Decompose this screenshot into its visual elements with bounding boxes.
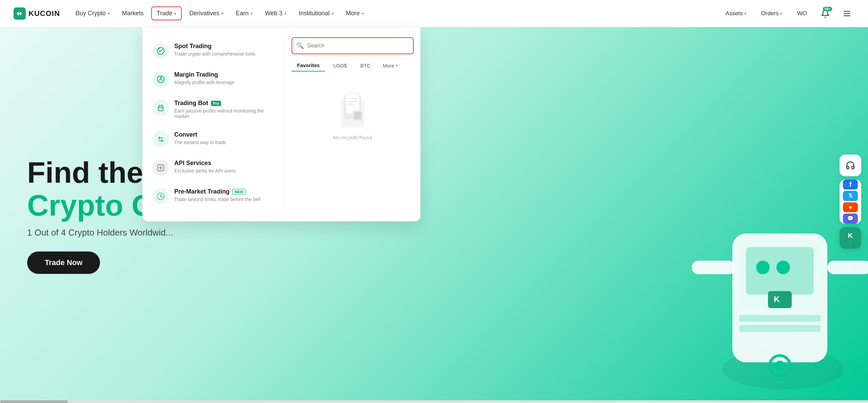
svg-rect-11 <box>692 261 736 274</box>
chevron-down-icon: ▾ <box>362 11 364 16</box>
nav-more[interactable]: More ▾ <box>341 7 369 20</box>
nav-markets[interactable]: Markets <box>117 7 149 20</box>
premarket-trading-desc: Trade beyond limits, trade before the be… <box>174 197 260 202</box>
scrollbar[interactable] <box>0 400 868 403</box>
chevron-down-icon: ▾ <box>396 63 398 68</box>
api-services-text: API Services Exclusive perks for API use… <box>174 160 236 174</box>
new-badge: NEW <box>232 189 246 195</box>
svg-point-23 <box>161 107 162 108</box>
search-icon: 🔍 <box>296 42 304 49</box>
trading-bot-title: Trading Bot Pro <box>174 100 274 107</box>
trading-bot-desc: Earn passive profits without monitoring … <box>174 108 274 119</box>
menu-item-spot-trading[interactable]: Spot Trading Trade crypto with comprehen… <box>146 37 281 64</box>
tab-favorites[interactable]: Favorites <box>292 60 325 72</box>
convert-desc: The easiest way to trade <box>174 140 226 145</box>
pro-badge: Pro <box>211 101 221 106</box>
margin-trading-icon <box>153 71 169 87</box>
svg-text:K: K <box>774 295 780 304</box>
svg-point-8 <box>776 261 790 274</box>
nav-assets[interactable]: Assets ▾ <box>722 7 750 20</box>
navbar: KUCOIN Buy Crypto ▾ Markets Trade ▾ Deri… <box>0 0 868 27</box>
tab-more[interactable]: More ▾ <box>379 60 402 71</box>
convert-icon <box>153 131 169 147</box>
svg-rect-15 <box>768 291 792 308</box>
hero-section: Find the Nex Crypto Gem 1 Out of 4 Crypt… <box>0 27 868 403</box>
premarket-trading-icon <box>153 188 169 204</box>
chevron-down-icon: ▾ <box>332 11 334 16</box>
premarket-trading-title: Pre-Market Trading NEW <box>174 188 260 195</box>
tab-btc[interactable]: BTC <box>355 60 376 71</box>
nav-trade[interactable]: Trade ▾ <box>151 6 182 20</box>
discord-button[interactable]: 💬 <box>843 214 858 224</box>
trading-bot-icon <box>153 100 169 116</box>
nav-web3[interactable]: Web 3 ▾ <box>260 7 291 20</box>
chevron-down-icon: ▾ <box>284 11 287 16</box>
convert-text: Convert The easiest way to trade <box>174 131 226 145</box>
floating-buttons: f 𝕏 ● 💬 K ↓ <box>840 155 861 249</box>
spot-trading-title: Spot Trading <box>174 43 255 50</box>
svg-point-22 <box>159 107 160 108</box>
spot-trading-text: Spot Trading Trade crypto with comprehen… <box>174 43 255 57</box>
no-records-area: No records found <box>292 78 414 150</box>
search-input[interactable] <box>292 37 414 54</box>
convert-title: Convert <box>174 131 226 138</box>
app-download-button[interactable]: K ↓ <box>840 227 861 249</box>
facebook-button[interactable]: f <box>843 180 858 190</box>
svg-point-14 <box>775 361 785 371</box>
margin-trading-text: Margin Trading Magnify profits with leve… <box>174 71 234 85</box>
menu-item-convert[interactable]: Convert The easiest way to trade <box>146 126 281 153</box>
chevron-down-icon: ▾ <box>221 11 223 16</box>
chevron-down-icon: ▾ <box>174 11 176 16</box>
nav-earn[interactable]: Earn ▾ <box>231 7 257 20</box>
premarket-trading-text: Pre-Market Trading NEW Trade beyond limi… <box>174 188 260 202</box>
nav-buy-crypto[interactable]: Buy Crypto ▾ <box>71 7 115 20</box>
support-button[interactable] <box>840 155 861 176</box>
chevron-down-icon: ▾ <box>108 11 110 16</box>
svg-rect-10 <box>739 325 821 332</box>
svg-rect-21 <box>158 106 163 111</box>
trade-dropdown: Spot Trading Trade crypto with comprehen… <box>142 27 420 221</box>
tab-usd[interactable]: USD$ <box>328 60 352 71</box>
hamburger-button[interactable] <box>840 6 854 21</box>
currency-tabs: Favorites USD$ BTC More ▾ <box>292 60 414 72</box>
search-box: 🔍 <box>292 37 414 54</box>
notification-button[interactable]: 99+ <box>818 6 833 21</box>
svg-rect-9 <box>739 315 821 322</box>
logo-area[interactable]: KUCOIN <box>14 7 60 20</box>
no-records-text: No records found <box>333 135 372 140</box>
notification-badge: 99+ <box>823 7 832 11</box>
trading-bot-text: Trading Bot Pro Earn passive profits wit… <box>174 100 274 119</box>
dropdown-menu-list: Spot Trading Trade crypto with comprehen… <box>142 34 285 215</box>
chevron-down-icon: ▾ <box>251 11 253 16</box>
spot-trading-icon <box>153 43 169 59</box>
menu-item-api-services[interactable]: API Services Exclusive perks for API use… <box>146 154 281 181</box>
chevron-down-icon: ▾ <box>744 11 746 16</box>
nav-wo[interactable]: WO <box>793 7 811 20</box>
social-buttons: f 𝕏 ● 💬 <box>840 180 861 224</box>
svg-point-7 <box>756 261 770 274</box>
menu-item-premarket-trading[interactable]: Pre-Market Trading NEW Trade beyond limi… <box>146 183 281 210</box>
margin-trading-desc: Magnify profits with leverage <box>174 80 234 85</box>
svg-point-18 <box>158 48 160 50</box>
scrollbar-thumb[interactable] <box>0 400 68 403</box>
api-services-title: API Services <box>174 160 236 167</box>
reddit-button[interactable]: ● <box>843 202 858 213</box>
kucoin-logo-icon <box>14 7 26 20</box>
trade-now-button[interactable]: Trade Now <box>27 251 100 274</box>
hero-robot-illustration: K <box>563 98 868 403</box>
nav-institutional[interactable]: Institutional ▾ <box>294 7 338 20</box>
dropdown-search-panel: 🔍 Favorites USD$ BTC More ▾ <box>285 34 420 215</box>
api-services-desc: Exclusive perks for API users <box>174 168 236 174</box>
svg-rect-33 <box>354 112 361 119</box>
logo-text: KUCOIN <box>28 9 60 18</box>
no-records-illustration <box>332 88 373 129</box>
nav-orders[interactable]: Orders ▾ <box>757 7 786 20</box>
twitter-button[interactable]: 𝕏 <box>843 191 858 201</box>
nav-derivatives[interactable]: Derivatives ▾ <box>184 7 228 20</box>
menu-item-trading-bot[interactable]: Trading Bot Pro Earn passive profits wit… <box>146 94 281 124</box>
chevron-down-icon: ▾ <box>780 11 782 16</box>
margin-trading-title: Margin Trading <box>174 71 234 78</box>
menu-item-margin-trading[interactable]: Margin Trading Magnify profits with leve… <box>146 66 281 93</box>
navbar-right: Assets ▾ Orders ▾ WO 99+ <box>722 6 854 21</box>
svg-rect-12 <box>827 261 868 274</box>
